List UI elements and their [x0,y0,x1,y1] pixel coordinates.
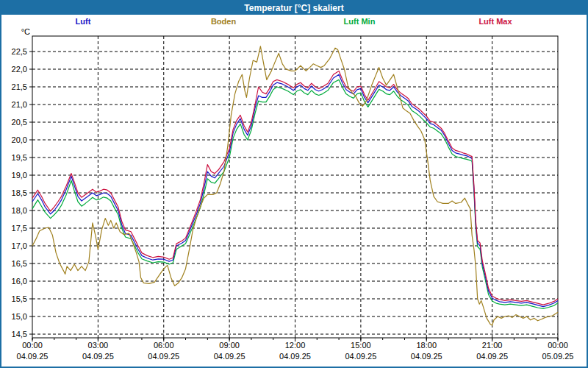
x-tick-time: 12:00 [285,341,306,350]
x-tick-date: 04.09.25 [148,352,179,361]
y-tick-label: 20,0 [12,135,27,144]
x-tick-date: 04.09.25 [411,352,442,361]
x-tick-date: 04.09.25 [214,352,245,361]
y-tick-label: 16,0 [12,277,27,286]
x-tick-time: 06:00 [154,341,174,350]
y-tick-label: 16,5 [12,259,27,268]
x-tick-date: 04.09.25 [279,352,311,361]
x-tick-time: 00:00 [548,341,568,350]
y-tick-label: 14,5 [12,330,27,339]
x-tick-time: 00:00 [22,341,43,350]
y-tick-label: 18,0 [12,206,27,215]
y-tick-label: 17,0 [12,241,27,250]
x-tick-date: 04.09.25 [345,352,376,361]
y-tick-label: 19,5 [12,153,27,162]
x-tick-time: 21:00 [482,341,503,350]
app-window: Temperatur [°C] skaliert LuftBodenLuft M… [0,0,588,368]
x-tick-date: 04.09.25 [476,352,508,361]
y-tick-label: 15,5 [12,294,27,303]
y-tick-label: 19,0 [12,171,27,180]
x-tick-time: 18:00 [416,341,437,350]
x-tick-time: 15:00 [351,341,371,350]
x-tick-time: 09:00 [219,341,240,350]
y-tick-label: 21,0 [12,100,27,109]
y-tick-label: 15,0 [12,312,27,321]
chart-canvas[interactable]: 22,522,021,521,020,520,019,519,018,518,0… [1,1,588,368]
y-tick-label: 17,5 [12,224,27,233]
y-tick-label: 22,0 [12,65,27,74]
x-tick-date: 04.09.25 [17,352,49,361]
y-tick-label: 21,5 [12,82,27,91]
y-tick-label: 22,5 [12,47,27,56]
y-tick-label: 18,5 [12,188,27,197]
x-tick-date: 04.09.25 [82,352,114,361]
y-axis-unit: °C [21,27,30,36]
y-tick-label: 20,5 [12,118,27,127]
x-tick-date: 05.09.25 [542,352,574,361]
x-tick-time: 03:00 [88,341,109,350]
